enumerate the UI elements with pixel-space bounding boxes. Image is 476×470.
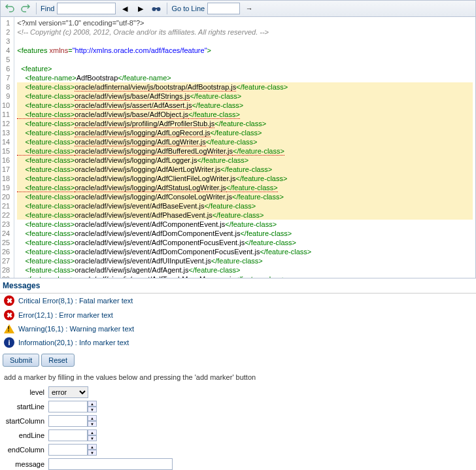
separator [36,3,37,14]
message-text: Error(12,1) : Error marker text [18,311,113,319]
code-line[interactable]: <feature-class>oracle/adf/view/js/loggin… [17,156,473,165]
code-line[interactable]: <feature-class>oracle/adf/view/js/event/… [17,229,473,238]
code-line[interactable] [17,37,473,46]
code-line[interactable]: <feature-class>oracle/adf/view/js/profil… [17,119,473,128]
code-area[interactable]: <?xml version="1.0" encoding="utf-8"?><!… [14,17,475,278]
startline-label: startLine [3,403,48,411]
marker-form: level errorwarninginfofatal startLine ▲▼… [0,384,476,470]
message-item[interactable]: ✖Error(12,1) : Error marker text [0,308,476,322]
binoculars-icon[interactable] [150,2,163,15]
code-line[interactable]: <feature-class>oracle/adf/view/js/event/… [17,220,473,229]
code-line[interactable]: <feature-class>oracle/adf/view/js/assert… [17,101,473,110]
line-gutter: 1234567891011121314151617181920212223242… [1,17,14,278]
code-line[interactable]: <feature-class>oracle/adf/view/js/event/… [17,247,473,256]
svg-rect-2 [155,8,158,9]
code-line[interactable]: <feature-class>oracle/adf/view/js/loggin… [17,192,473,201]
find-next-button[interactable]: ▶ [134,2,147,15]
endline-input[interactable] [48,429,88,441]
code-line[interactable]: <feature-class>oracle/adf/view/js/loggin… [17,146,473,156]
code-line[interactable] [17,55,473,64]
code-line[interactable]: <feature-class>oracle/adfinternal/view/j… [17,82,473,92]
code-line[interactable]: <feature-class>oracle/adf/view/js/event/… [17,201,473,210]
code-line[interactable]: <!-- Copyright (c) 2008, 2012, Oracle an… [17,27,473,37]
message-text: Critical Error(8,1) : Fatal marker text [18,297,133,305]
info-icon: i [4,337,14,348]
toolbar: Find ◀ ▶ Go to Line → [0,0,476,17]
code-line[interactable]: <feature-class>oracle/adf/view/js/event/… [17,238,473,247]
code-line[interactable]: <feature-class>oracle/adf/view/js/loggin… [17,128,473,137]
spin-down[interactable]: ▼ [88,450,97,456]
code-line[interactable]: <feature-class>oracle/adf/view/js/base/A… [17,92,473,101]
help-text: add a marker by filling in the values be… [0,371,476,384]
code-line[interactable]: <feature-class>oracle/adf/view/js/event/… [17,210,473,220]
find-label: Find [41,5,54,12]
level-label: level [3,388,48,396]
separator [167,3,167,14]
code-line[interactable]: <feature-class>oracle/adf/view/js/loggin… [17,137,473,146]
level-select[interactable]: errorwarninginfofatal [48,386,88,398]
startline-input[interactable] [48,401,88,412]
message-label: message [3,460,48,468]
code-line[interactable]: <feature-class>oracle/adf/view/js/loggin… [17,165,473,174]
goto-input[interactable] [207,3,240,14]
code-line[interactable]: <feature-class>oracle/adf/view/js/base/A… [17,110,473,119]
message-input[interactable] [48,458,173,470]
find-prev-button[interactable]: ◀ [118,2,131,15]
crit-icon: ✖ [4,295,14,306]
message-text: Information(20,1) : Info marker text [18,339,129,346]
spin-down[interactable]: ▼ [88,407,97,412]
goto-label: Go to Line [171,5,205,12]
goto-button[interactable]: → [243,2,256,15]
startcolumn-input[interactable] [48,415,88,427]
spin-up[interactable]: ▲ [88,401,97,407]
code-line[interactable]: <feature-name>AdfBootstrap</feature-name… [17,73,473,82]
spin-down[interactable]: ▼ [88,435,97,441]
redo-button[interactable] [19,2,32,15]
spin-up[interactable]: ▲ [88,444,97,450]
submit-button[interactable]: Submit [3,354,39,367]
warn-icon [4,324,14,333]
spin-up[interactable]: ▲ [88,429,97,435]
endcolumn-input[interactable] [48,444,88,456]
err-icon: ✖ [4,310,14,320]
code-line[interactable]: <features xmlns="http://xmlns.oracle.com… [17,46,473,55]
code-line[interactable]: <feature-class>oracle/adf/view/js/loggin… [17,174,473,183]
message-item[interactable]: ✖Critical Error(8,1) : Fatal marker text [0,294,476,308]
code-line[interactable]: <?xml version="1.0" encoding="utf-8"?> [17,18,473,27]
spin-up[interactable]: ▲ [88,415,97,421]
message-text: Warning(16,1) : Warning marker text [18,325,134,333]
code-editor: 1234567891011121314151617181920212223242… [0,17,476,278]
message-item[interactable]: Warning(16,1) : Warning marker text [0,322,476,335]
button-row: Submit Reset [0,350,476,371]
code-line[interactable]: <feature> [17,64,473,73]
messages-list: ✖Critical Error(8,1) : Fatal marker text… [0,294,476,350]
code-line[interactable]: <feature-class>oracle/adf/view/js/agent/… [17,275,473,278]
reset-button[interactable]: Reset [41,354,75,367]
code-line[interactable]: <feature-class>oracle/adf/view/js/agent/… [17,265,473,275]
code-line[interactable]: <feature-class>oracle/adf/view/js/loggin… [17,183,473,192]
startcolumn-label: startColumn [3,417,48,425]
endcolumn-label: endColumn [3,446,48,454]
code-line[interactable]: <feature-class>oracle/adf/view/js/event/… [17,256,473,265]
find-input[interactable] [57,3,116,14]
undo-button[interactable] [3,2,16,15]
messages-header: Messages [0,278,476,294]
message-item[interactable]: iInformation(20,1) : Info marker text [0,335,476,350]
spin-down[interactable]: ▼ [88,421,97,427]
endline-label: endLine [3,431,48,439]
